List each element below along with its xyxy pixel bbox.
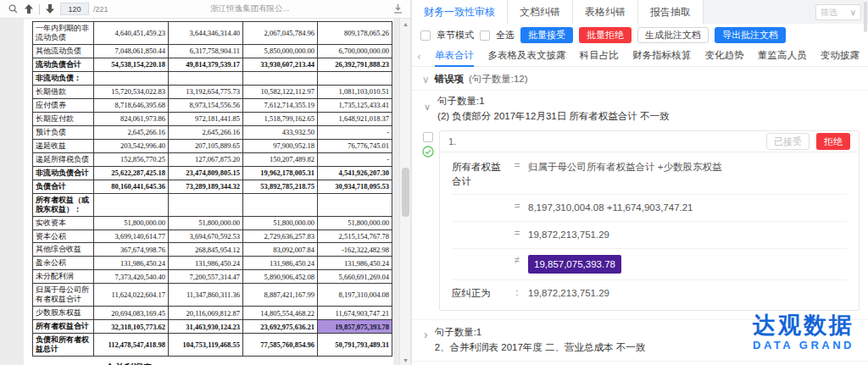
error-list-area: ∨ 错误项 (句子数量:12) ∨ 句子数量:1 (2) 负债部分 2017年1… — [412, 67, 868, 365]
review-panel: 财务一致性审核 文档纠错 表格纠错 报告抽取 筛选 ∨ 章节模式 全选 批量接受… — [412, 0, 868, 365]
cell-value: 433,932.50 — [243, 125, 318, 139]
next-page-button[interactable] — [44, 3, 56, 15]
tab-table-correction[interactable]: 表格纠错 — [573, 0, 638, 24]
table-row: 长期应付款824,061,973.86972,181,441.851,518,7… — [33, 112, 392, 125]
panel-scrollbar-thumb[interactable] — [864, 2, 867, 32]
row-label: 资本公积 — [33, 230, 94, 243]
chevron-left-icon[interactable]: ‹ — [417, 51, 421, 63]
doc-scrollbar[interactable]: ▲ ▼ — [399, 19, 410, 365]
formula-label: 所有者权益合计 — [452, 160, 506, 188]
formula-operator: = — [506, 160, 528, 170]
error-item-expanded[interactable]: ∨ 句子数量:1 (2) 负债部分 2017年12月31日 所有者权益合计 不一… — [412, 90, 868, 129]
batch-accept-button[interactable]: 批量接受 — [520, 27, 573, 43]
cell-value: 207,105,889.65 — [169, 139, 243, 152]
formula-value: 归属于母公司所有者权益合计 +少数股东权益 — [528, 160, 847, 174]
table-row: 流动负债合计54,538,154,220.1849,814,379,539.17… — [33, 58, 392, 71]
cell-value: 77,585,760,854.96 — [243, 334, 318, 357]
subtab-financial-indicator[interactable]: 财务指标核算 — [632, 47, 691, 67]
error-section-count: (句子数量:12) — [469, 73, 528, 86]
table-row: 其他流动负债7,048,061,850.446,317,758,904.115,… — [33, 44, 392, 58]
scrollbar-thumb[interactable] — [402, 168, 409, 217]
zoom-tool-button[interactable] — [7, 3, 19, 15]
cell-value: 6,317,758,904.11 — [169, 44, 243, 58]
subtab-change-trend[interactable]: 变化趋势 — [705, 47, 744, 67]
cell-value: 131,986,450.24 — [94, 257, 169, 270]
cell-value: 76,776,745.01 — [318, 139, 392, 152]
cell-value: 2,645,266.16 — [94, 125, 169, 139]
download-button[interactable] — [392, 3, 403, 15]
cell-value: 8,887,421,167.99 — [243, 284, 318, 307]
cell-value: 4,640,451,459.23 — [94, 22, 169, 45]
table-row: 负债和所有者权益总计112,478,547,418.98104,753,119,… — [33, 334, 392, 357]
subtab-multi-table-disclosure[interactable]: 多表格及表文披露 — [487, 47, 565, 67]
cell-value: 150,207,489.82 — [243, 152, 318, 166]
cell-value: 51,800,000.00 — [318, 216, 392, 230]
cell-value: 11,347,860,311.36 — [169, 284, 243, 307]
reject-button[interactable]: 拒绝 — [816, 133, 850, 150]
detail-checkbox[interactable] — [423, 132, 433, 142]
subtab-single-table-total[interactable]: 单表合计 — [435, 47, 474, 67]
accepted-button[interactable]: 已接受 — [766, 133, 810, 150]
export-annotation-button[interactable]: 导出批注文档 — [715, 27, 786, 43]
cell-value — [94, 71, 169, 85]
formula-label: 应纠正为 — [452, 286, 506, 301]
prev-page-button[interactable] — [23, 3, 35, 15]
subtab-executives[interactable]: 董监高人员 — [758, 47, 807, 67]
filter-select[interactable]: 筛选 ∨ — [815, 4, 861, 20]
row-label: 非流动负债合计 — [33, 166, 94, 180]
generate-annotation-button[interactable]: 生成批注文档 — [637, 27, 709, 43]
cell-value — [169, 193, 243, 216]
cell-value: 2,067,045,784.96 — [243, 22, 318, 45]
cell-value: 5,850,000,000.00 — [243, 44, 318, 58]
tab-report-extraction[interactable]: 报告抽取 — [638, 0, 704, 24]
cell-value: 97,900,952.18 — [243, 139, 318, 152]
row-label: 少数股东权益 — [33, 307, 94, 320]
tab-document-correction[interactable]: 文档纠错 — [508, 0, 573, 24]
error-section-header[interactable]: ∨ 错误项 (句子数量:12) — [412, 67, 868, 90]
cell-value: 5,890,906,452.08 — [243, 270, 318, 284]
cell-value: 14,805,554,468.22 — [243, 307, 318, 320]
cell-value: 83,092,007.84 — [243, 243, 318, 257]
table-row: 未分配利润7,373,420,540.407,200,557,314.475,8… — [33, 270, 392, 284]
item-desc: 2、合并利润表 2017年度 二、营业总成本 不一致 — [435, 341, 646, 354]
cell-value: 25,622,287,425.18 — [94, 166, 169, 180]
chevron-down-icon: ∨ — [850, 8, 856, 17]
formula-operator: = — [506, 201, 528, 211]
doc-page: 一年内到期的非流动负债4,640,451,459.233,644,346,314… — [24, 19, 393, 365]
formula-row: 应纠正为：19,872,213,751.29 — [452, 280, 847, 307]
cell-value: 7,200,557,314.47 — [169, 270, 243, 284]
row-label: 其他流动负债 — [33, 44, 94, 58]
table-row: 应付债券8,718,646,395.688,973,154,556.567,61… — [33, 98, 392, 112]
cell-value: 30,934,718,095.53 — [318, 180, 392, 193]
select-all-checkbox[interactable] — [480, 30, 490, 41]
error-list-item[interactable]: ›句子数量:12、合并利润表 2017年度 二、营业总成本 不一致 — [412, 319, 868, 361]
cell-value: 3,694,670,592.53 — [169, 230, 243, 243]
formula-row: =19,872,213,751.29 — [452, 222, 847, 249]
scrollbar-down-icon[interactable]: ▼ — [400, 355, 410, 365]
cell-value — [169, 71, 243, 85]
cell-value: -162,322,482.98 — [318, 243, 392, 257]
item-count: 句子数量:1 — [435, 326, 646, 339]
tab-financial-consistency[interactable]: 财务一致性审核 — [412, 0, 508, 24]
row-label: 所有者权益合计 — [33, 320, 94, 334]
doc-table-body: 一年内到期的非流动负债4,640,451,459.233,644,346,314… — [33, 22, 392, 357]
cell-value: 203,542,996.40 — [94, 139, 169, 152]
table-row: 其他综合收益367,674,998.76268,845,954.1283,092… — [33, 243, 392, 257]
scrollbar-up-icon[interactable]: ▲ — [400, 19, 410, 29]
table-row: 盈余公积131,986,450.24131,986,450.24131,986,… — [33, 257, 392, 270]
cell-value: 23,692,975,636.21 — [243, 320, 318, 334]
chapter-mode-checkbox[interactable] — [420, 30, 431, 41]
cell-value: 19,962,178,005.31 — [243, 166, 318, 180]
error-list-item[interactable]: ›句子数量:12、合并利润表 2018年度 三、营业利润（亏损以"-"号填列） … — [412, 361, 868, 365]
subtab-subject-ratio[interactable]: 科目占比 — [580, 47, 619, 67]
subtab-bar: ‹ 单表合计 多表格及表文披露 科目占比 财务指标核算 变化趋势 董监高人员 变… — [412, 47, 868, 67]
batch-reject-button[interactable]: 批量拒绝 — [579, 27, 632, 43]
cell-value — [318, 71, 392, 85]
subtab-change-disclosure[interactable]: 变动披露 — [821, 47, 860, 67]
cell-value: 367,674,998.76 — [94, 243, 169, 257]
table-row: 递延收益203,542,996.40207,105,889.6597,900,9… — [33, 139, 392, 152]
cell-value: 33,930,607,213.44 — [243, 58, 318, 71]
page-number-input[interactable] — [60, 3, 89, 15]
cell-value: - — [318, 152, 392, 166]
filter-label: 筛选 — [821, 7, 837, 19]
